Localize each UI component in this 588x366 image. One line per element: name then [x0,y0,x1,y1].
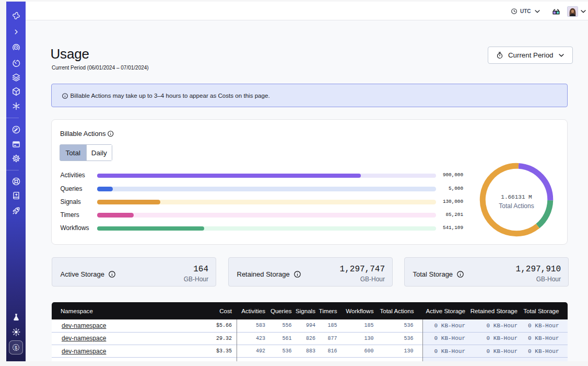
svg-text:$: $ [15,345,17,350]
